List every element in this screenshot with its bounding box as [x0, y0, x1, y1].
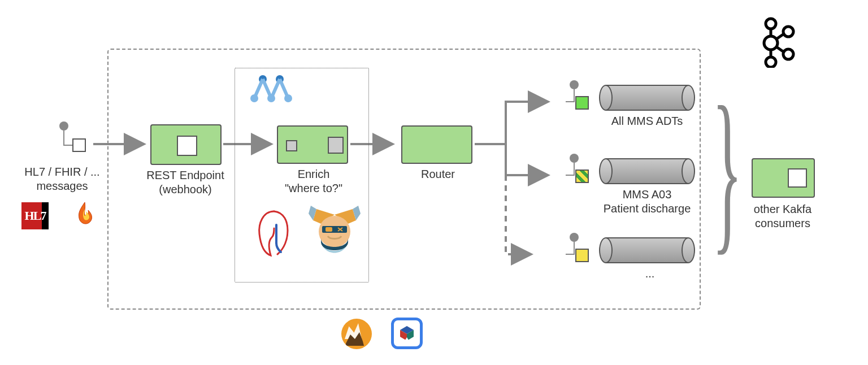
rest-endpoint-node: [150, 124, 222, 165]
consumer-label: other Kakfa consumers: [740, 202, 825, 231]
svg-line-35: [776, 47, 784, 52]
input-label: HL7 / FHIR / ... messages: [11, 165, 113, 193]
enrich-label: Enrich "where to?": [260, 167, 367, 195]
topic-cylinder-icon: [599, 237, 695, 263]
svg-line-21: [280, 79, 288, 98]
hl7-logo-icon: HL7: [21, 202, 49, 229]
payload-box-icon: [177, 136, 197, 156]
curly-brace-icon: }: [712, 79, 743, 260]
output-3-label: ...: [627, 267, 672, 281]
svg-rect-24: [326, 227, 332, 232]
svg-point-28: [764, 36, 778, 50]
kafka-icon: [757, 17, 797, 68]
architecture-diagram: HL7 / FHIR / ... messages HL7 REST Endpo…: [0, 0, 868, 365]
rest-endpoint-label: REST Endpoint (webhook): [129, 168, 242, 197]
topic-color-badge: [575, 170, 589, 183]
message-square-icon: [72, 138, 86, 152]
apache-camel-icon: [341, 319, 372, 349]
small-payload-icon: [286, 140, 297, 151]
topic-color-badge: [575, 96, 589, 110]
svg-line-19: [263, 79, 271, 98]
output-1-label: All MMS ADTs: [593, 114, 701, 128]
router-label: Router: [407, 167, 469, 181]
large-payload-icon: [328, 137, 344, 154]
topic-cylinder-icon: [599, 85, 695, 111]
svg-line-34: [776, 34, 784, 39]
topic-color-badge: [575, 249, 589, 262]
enrich-node: [277, 125, 348, 164]
rules-engine-icon: [251, 208, 297, 261]
router-node: [401, 125, 472, 164]
consumer-node: [752, 158, 815, 198]
topic-cylinder-icon: [599, 158, 695, 184]
svg-point-30: [783, 27, 793, 37]
output-2-label: MMS A03 Patient discharge: [588, 188, 706, 216]
fhir-flame-icon: [73, 201, 96, 229]
kaoto-cube-icon: [391, 318, 423, 349]
svg-line-20: [271, 79, 280, 98]
svg-point-27: [766, 19, 776, 29]
svg-line-18: [254, 79, 263, 98]
svg-point-29: [766, 57, 776, 67]
payload-box-icon: [788, 168, 807, 188]
m-logo-icon: [249, 73, 294, 105]
svg-point-31: [783, 49, 793, 59]
odin-icon: [305, 205, 364, 269]
